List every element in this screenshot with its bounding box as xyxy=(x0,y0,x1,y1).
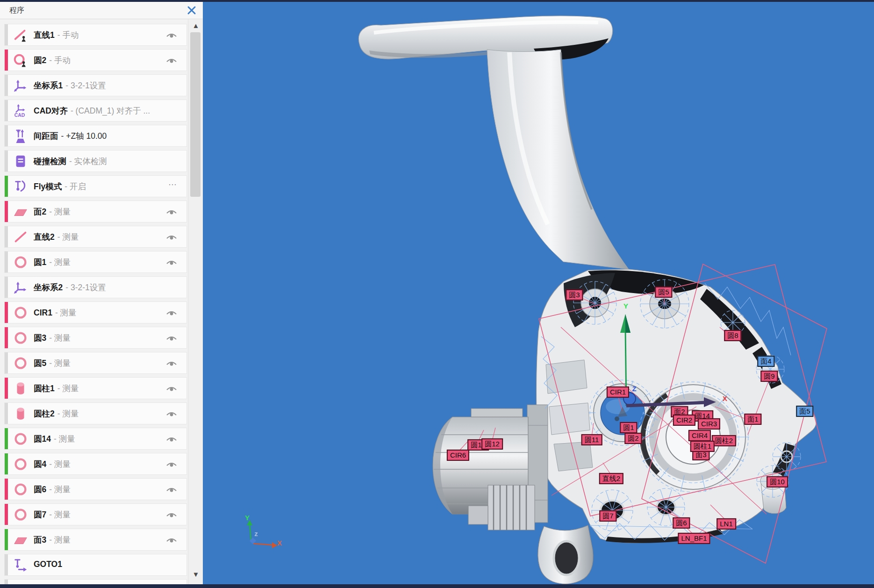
visibility-eye-icon[interactable] xyxy=(166,234,177,241)
3d-viewport[interactable]: 圆3圆5圆8面4圆9CIR1面2圆14CIR2面1CIR3面5圆1CIR4圆2圆… xyxy=(203,0,874,588)
measurement-tag[interactable]: 圆2 xyxy=(624,433,642,444)
step-label: 圆6- 测量 xyxy=(34,484,71,495)
measurement-tag[interactable]: CIR4 xyxy=(688,430,711,441)
more-options-icon[interactable]: ⋯ xyxy=(168,179,177,190)
feature-type-icon xyxy=(13,27,29,43)
visibility-eye-icon[interactable] xyxy=(166,436,177,443)
program-step-row[interactable]: 圆3- 测量 xyxy=(4,327,187,349)
program-step-row[interactable]: 圆14- 测量 xyxy=(4,428,187,450)
measurement-tag[interactable]: CIR1 xyxy=(607,387,629,398)
program-step-row[interactable]: 坐标系2- 3-2-1设置 xyxy=(4,276,187,298)
visibility-eye-icon[interactable] xyxy=(166,32,177,39)
measurement-tag[interactable]: LN_BF1 xyxy=(678,533,710,544)
measurement-tag[interactable]: 面1 xyxy=(744,414,761,425)
program-panel-header: 程序 xyxy=(0,2,203,19)
feature-type-icon xyxy=(13,254,29,270)
program-step-row[interactable]: GOTO1 xyxy=(4,554,187,576)
measurement-tag[interactable]: 圆柱2 xyxy=(712,435,736,446)
status-accent-bar xyxy=(5,580,8,584)
feature-type-icon xyxy=(13,557,29,573)
visibility-eye-icon[interactable] xyxy=(166,537,177,544)
measurement-tag[interactable]: LN1 xyxy=(716,518,736,530)
visibility-eye-icon[interactable] xyxy=(166,208,177,216)
program-step-row[interactable]: 间距面- +Z轴 10.00 xyxy=(4,125,187,147)
measurement-tag[interactable]: 圆8 xyxy=(724,330,741,341)
measurement-tag[interactable]: 圆10 xyxy=(767,476,788,488)
axis-label: z xyxy=(254,530,258,538)
visibility-eye-icon[interactable] xyxy=(166,335,177,342)
step-label: 圆5- 测量 xyxy=(34,358,71,369)
status-accent-bar xyxy=(5,428,8,449)
visibility-eye-icon[interactable] xyxy=(166,410,177,418)
status-accent-bar xyxy=(5,151,8,172)
step-label: 坐标系1- 3-2-1设置 xyxy=(34,80,106,91)
scroll-up-icon[interactable]: ▲ xyxy=(191,21,201,30)
measurement-tag[interactable]: 圆9 xyxy=(760,371,778,382)
program-step-row[interactable]: 1-40_A00BNF2D5- (90.0 5 xyxy=(4,579,187,584)
measurement-tag[interactable]: 圆3 xyxy=(566,289,583,301)
step-label: 直线1- 手动 xyxy=(34,29,79,41)
program-step-row[interactable]: 圆柱2- 测量 xyxy=(4,402,187,424)
feature-type-icon xyxy=(13,280,29,295)
program-step-row[interactable]: 圆4- 测量 xyxy=(4,453,187,475)
visibility-eye-icon[interactable] xyxy=(166,511,177,519)
program-step-row[interactable]: 圆7- 测量 xyxy=(4,503,187,525)
program-step-row[interactable]: 面2- 测量 xyxy=(4,201,187,222)
visibility-eye-icon[interactable] xyxy=(166,309,177,317)
step-label: 圆1- 测量 xyxy=(34,257,71,268)
program-step-row[interactable]: 碰撞检测- 实体检测 xyxy=(4,150,187,172)
program-step-row[interactable]: 圆6- 测量 xyxy=(4,478,187,500)
program-step-row[interactable]: 坐标系1- 3-2-1设置 xyxy=(4,74,187,96)
visibility-eye-icon[interactable] xyxy=(166,385,177,393)
measurement-tag[interactable]: CIR2 xyxy=(673,415,695,426)
axis-label: X xyxy=(277,539,282,547)
scrollbar-thumb[interactable] xyxy=(190,32,201,197)
measurement-tag[interactable]: 圆6 xyxy=(673,517,690,529)
feature-type-icon xyxy=(13,305,29,321)
program-step-row[interactable]: 圆柱1- 测量 xyxy=(4,377,187,399)
program-step-row[interactable]: 面3- 测量 xyxy=(4,529,187,551)
window-top-edge xyxy=(0,0,874,2)
visibility-eye-icon[interactable] xyxy=(166,57,177,65)
measurement-tag[interactable]: 圆5 xyxy=(655,287,672,298)
feature-type-icon xyxy=(13,153,29,169)
measurement-tag[interactable]: 圆柱1 xyxy=(690,441,715,452)
panel-title: 程序 xyxy=(9,6,24,15)
measurement-tag[interactable]: CIR6 xyxy=(447,450,469,461)
program-step-row[interactable]: Fly模式- 开启 ⋯ xyxy=(4,175,187,197)
program-step-row[interactable]: 圆5- 测量 xyxy=(4,352,187,374)
scrollbar[interactable]: ▲ ▼ xyxy=(188,19,203,584)
visibility-eye-icon[interactable] xyxy=(166,360,177,367)
program-step-row[interactable]: 直线2- 测量 xyxy=(4,226,187,248)
program-step-row[interactable]: 圆1- 测量 xyxy=(4,251,187,273)
feature-type-icon xyxy=(13,532,29,548)
status-accent-bar xyxy=(5,504,8,525)
program-step-row[interactable]: CIR1- 测量 xyxy=(4,301,187,323)
status-accent-bar xyxy=(5,201,8,222)
feature-type-icon xyxy=(13,431,29,447)
status-accent-bar xyxy=(5,378,8,399)
feature-type-icon xyxy=(13,229,29,245)
visibility-eye-icon[interactable] xyxy=(166,486,177,494)
feature-type-icon: CAD xyxy=(13,103,29,119)
program-step-row[interactable]: 直线1- 手动 xyxy=(4,24,187,46)
program-step-row[interactable]: 圆2- 手动 xyxy=(4,49,187,71)
measurement-tag[interactable]: 圆1 xyxy=(620,422,637,433)
measurement-tag[interactable]: 直线2 xyxy=(599,473,623,484)
status-accent-bar xyxy=(5,24,8,45)
close-icon[interactable] xyxy=(186,5,197,16)
measurement-tag[interactable]: 面5 xyxy=(796,406,813,417)
visibility-eye-icon[interactable] xyxy=(166,461,177,468)
visibility-eye-icon[interactable] xyxy=(166,259,177,266)
program-step-list: 直线1- 手动 圆2- 手动 坐标系1- 3-2-1设置 CAD CAD对齐- … xyxy=(0,19,188,584)
measurement-tag[interactable]: 圆7 xyxy=(599,510,616,522)
measurement-tag[interactable]: 面4 xyxy=(757,356,774,367)
program-step-row[interactable]: CAD CAD对齐- (CADM_1) 对齐于 ... xyxy=(4,100,187,122)
measurement-tag[interactable]: 圆11 xyxy=(581,434,602,445)
measurement-tag[interactable]: 圆12 xyxy=(481,438,503,450)
measurement-tag[interactable]: CIR3 xyxy=(698,418,720,430)
scroll-down-icon[interactable]: ▼ xyxy=(191,570,201,579)
step-label: 圆柱2- 测量 xyxy=(34,408,79,419)
svg-text:CAD: CAD xyxy=(14,113,25,118)
status-accent-bar xyxy=(5,403,8,424)
